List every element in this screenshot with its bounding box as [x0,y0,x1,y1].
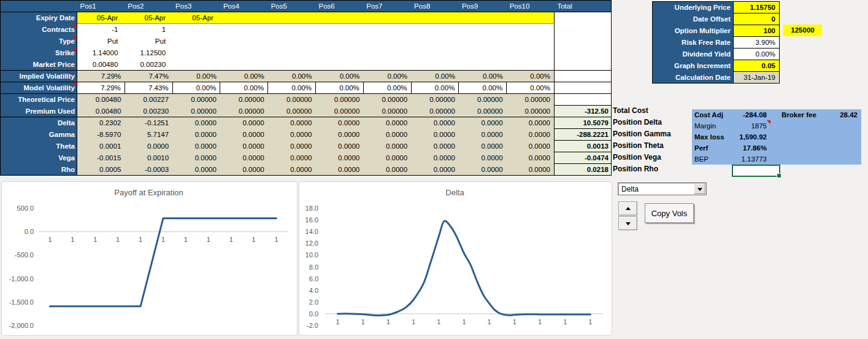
cell-rho-pos7[interactable]: 0.0000 [363,164,411,176]
cell-contracts-pos5[interactable] [268,24,316,36]
cell-vega-pos6[interactable]: 0.0000 [315,152,363,164]
cell-theoretical-price-pos4[interactable]: 0.00000 [220,94,268,106]
summary-value-margin[interactable]: 1875 [734,120,770,131]
cell-theta-pos6[interactable]: 0.0000 [315,141,363,152]
summary-label-position-theta[interactable]: Position Theta [613,140,691,152]
payoff-chart[interactable]: Payoff at Expiration500.00.0-500.0-1,000… [1,181,298,336]
column-header-pos1[interactable]: Pos1 [77,1,125,12]
cell-contracts-pos10[interactable] [507,24,555,36]
setting-label-dividend-yield[interactable]: Dividend Yield [653,49,734,60]
cell-type-pos8[interactable] [411,36,459,47]
setting-value-underlying-price[interactable]: 1.15750 [734,2,780,14]
cell-theoretical-price-pos9[interactable]: 0.00000 [459,94,507,106]
series-line-delta[interactable] [338,221,591,316]
cell-type-pos7[interactable] [363,36,411,47]
cell-theta-pos5[interactable]: 0.0000 [268,141,316,152]
cell-model-volatility-pos9[interactable]: 0.00% [459,82,507,94]
cell-expiry-date-pos7[interactable] [363,12,411,24]
cell-premium-used-pos6[interactable]: 0.00000 [315,106,363,117]
column-header-total[interactable]: Total [554,1,611,12]
cell-theta-pos10[interactable]: 0.0000 [507,141,555,152]
cell-rho-pos8[interactable]: 0.0000 [411,164,459,176]
cell-theoretical-price-pos6[interactable]: 0.00000 [315,94,363,106]
cell-premium-used-pos7[interactable]: 0.00000 [363,106,411,117]
row-label-model-volatility[interactable]: Model Volatility [1,82,77,94]
cell-theoretical-price-pos2[interactable]: 0.00227 [125,94,172,106]
setting-label-option-multiplier[interactable]: Option Multiplier [653,25,734,37]
summary-value-cost-adj[interactable]: -284.08 [734,109,770,120]
dropdown-button[interactable] [694,184,705,194]
cell-delta-pos4[interactable]: 0.0000 [220,117,268,129]
cell-contracts-pos3[interactable] [172,24,220,36]
cell-gamma-pos10[interactable]: 0.0000 [507,129,555,141]
cell-implied-volatility-pos9[interactable]: 0.00% [459,71,507,82]
cell-vega-pos5[interactable]: 0.0000 [268,152,316,164]
setting-label-risk-free-rate[interactable]: Risk Free Rate [653,37,734,49]
row-label-premium-used[interactable]: Premium Used [1,106,77,117]
cell-theta-pos1[interactable]: 0.0001 [77,141,125,152]
cell-market-price-pos5[interactable] [268,59,316,71]
cell-market-price-pos10[interactable] [507,59,555,71]
cell-theta-total[interactable]: 0.0013 [554,141,611,152]
cell-premium-used-pos9[interactable]: 0.00000 [459,106,507,117]
column-header-pos3[interactable]: Pos3 [172,1,220,12]
cell-expiry-date-pos8[interactable] [411,12,459,24]
summary-label-position-vega[interactable]: Position Vega [613,152,691,163]
row-label-gamma[interactable]: Gamma [1,129,77,141]
cell-implied-volatility-pos5[interactable]: 0.00% [268,71,316,82]
cell-market-price-pos7[interactable] [363,59,411,71]
cell-premium-used-pos8[interactable]: 0.00000 [411,106,459,117]
summary-value-max-loss[interactable]: 1,590.92 [734,131,770,142]
cell-type-pos1[interactable]: Put [77,36,125,47]
cell-market-price-pos6[interactable] [315,59,363,71]
summary-value-empty[interactable] [824,154,861,165]
cell-gamma-pos7[interactable]: 0.0000 [363,129,411,141]
cell-premium-used-pos2[interactable]: 0.00230 [125,106,172,117]
cell-model-volatility-pos2[interactable]: 7.43% [125,82,172,94]
row-label-rho[interactable]: Rho [1,164,77,176]
cell-type-total[interactable] [554,36,611,47]
cell-premium-used-pos1[interactable]: 0.00480 [77,106,125,117]
summary-value-empty[interactable] [824,142,861,154]
cell-implied-volatility-total[interactable] [554,71,611,82]
cell-gamma-pos8[interactable]: 0.0000 [411,129,459,141]
cell-delta-pos1[interactable]: 0.2302 [77,117,125,129]
column-header-pos4[interactable]: Pos4 [220,1,268,12]
cell-rho-pos1[interactable]: 0.0005 [77,164,125,176]
cell-market-price-pos1[interactable]: 0.00480 [77,59,125,71]
cell-market-price-total[interactable] [554,59,611,71]
setting-label-graph-increment[interactable]: Graph Increment [653,60,734,72]
cell-type-pos6[interactable] [315,36,363,47]
cell-theoretical-price-pos7[interactable]: 0.00000 [363,94,411,106]
summary-value-empty[interactable] [824,131,861,142]
cell-delta-pos7[interactable]: 0.0000 [363,117,411,129]
cell-rho-pos3[interactable]: 0.0000 [172,164,220,176]
cell-premium-used-pos3[interactable]: 0.00000 [172,106,220,117]
cell-contracts-pos2[interactable]: 1 [125,24,172,36]
row-label-market-price[interactable]: Market Price [1,59,77,71]
spinner-down-button[interactable] [618,216,637,230]
summary-metric-empty[interactable] [770,154,824,165]
cell-strike-pos2[interactable]: 1.12500 [125,47,172,59]
cell-model-volatility-total[interactable] [554,82,611,94]
cell-rho-pos4[interactable]: 0.0000 [220,164,268,176]
cell-rho-total[interactable]: 0.0218 [554,164,611,176]
cell-premium-used-pos5[interactable]: 0.00000 [268,106,316,117]
cell-gamma-pos5[interactable]: 0.0000 [268,129,316,141]
cell-market-price-pos9[interactable] [459,59,507,71]
cell-contracts-pos7[interactable] [363,24,411,36]
cell-theoretical-price-pos1[interactable]: 0.00480 [77,94,125,106]
cell-type-pos2[interactable]: Put [125,36,172,47]
summary-metric-cost-adj[interactable]: Cost Adj [692,109,734,120]
cell-vega-pos10[interactable]: 0.0000 [507,152,555,164]
setting-value-option-multiplier[interactable]: 100 [734,25,780,37]
row-label-type[interactable]: Type [1,36,77,47]
cell-vega-total[interactable]: -0.0474 [554,152,611,164]
cell-theoretical-price-pos3[interactable]: 0.00000 [172,94,220,106]
cell-theta-pos8[interactable]: 0.0000 [411,141,459,152]
cell-implied-volatility-pos2[interactable]: 7.47% [125,71,172,82]
column-header-pos5[interactable]: Pos5 [268,1,316,12]
cell-implied-volatility-pos7[interactable]: 0.00% [363,71,411,82]
cell-model-volatility-pos4[interactable]: 0.00% [220,82,268,94]
cell-premium-used-total[interactable]: -312.50 [554,106,611,117]
